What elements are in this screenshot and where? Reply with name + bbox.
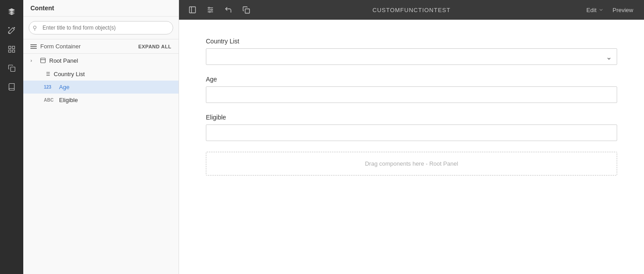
form-container-label: Form Container (40, 43, 81, 50)
country-list-label: Country List (54, 71, 85, 77)
tree-header: Form Container EXPAND ALL (23, 39, 179, 54)
form-content: Country List ⌄ Age Eligible Drag compone… (179, 20, 644, 274)
svg-rect-4 (11, 67, 15, 72)
svg-point-18 (209, 7, 210, 9)
age-badge: 123 (44, 85, 56, 90)
duplicate-icon[interactable] (240, 4, 252, 16)
country-list-select[interactable] (206, 48, 617, 65)
tree-node-country-list[interactable]: Country List (23, 67, 179, 81)
country-list-field: Country List ⌄ (206, 38, 617, 65)
root-panel-label: Root Panel (49, 57, 78, 64)
tree-node-eligible[interactable]: ABC Eligible (23, 94, 179, 107)
country-list-field-label: Country List (206, 38, 617, 45)
edit-button[interactable]: Edit (583, 5, 607, 15)
age-field: Age (206, 76, 617, 103)
svg-rect-1 (13, 46, 15, 48)
main-area: CUSTOMFUNCTIONTEST Edit Preview Country … (179, 0, 644, 274)
icon-bar (0, 0, 23, 274)
top-bar-right: Edit Preview (583, 5, 637, 15)
svg-rect-5 (41, 58, 46, 63)
drag-drop-zone[interactable]: Drag components here - Root Panel (206, 152, 617, 176)
svg-rect-3 (13, 50, 15, 52)
layers-icon[interactable] (4, 4, 20, 20)
search-box: ⚲ (23, 17, 179, 39)
age-label: Age (59, 84, 69, 90)
age-field-label: Age (206, 76, 617, 83)
search-input[interactable] (29, 21, 173, 34)
age-input[interactable] (206, 86, 617, 103)
tree-header-left: Form Container (30, 43, 81, 50)
eligible-label: Eligible (59, 97, 78, 103)
left-panel: Content ⚲ Form Container EXPAND ALL › Ro… (23, 0, 179, 274)
panel-icon (39, 57, 47, 64)
expand-view-icon[interactable] (186, 4, 199, 16)
chevron-down-icon: › (30, 58, 37, 63)
undo-icon[interactable] (222, 4, 235, 16)
grid-icon[interactable] (4, 41, 20, 57)
wand-icon[interactable] (4, 22, 20, 39)
eligible-badge: ABC (44, 98, 56, 103)
eligible-field: Eligible (206, 114, 617, 141)
svg-rect-0 (9, 46, 11, 48)
eligible-input[interactable] (206, 124, 617, 141)
country-list-select-wrap: ⌄ (206, 48, 617, 65)
svg-rect-21 (245, 9, 250, 13)
svg-point-19 (211, 9, 213, 11)
preview-button[interactable]: Preview (609, 5, 637, 15)
copy-icon[interactable] (4, 60, 20, 76)
svg-point-20 (209, 11, 210, 13)
panel-header: Content (23, 0, 179, 17)
settings-icon[interactable] (204, 4, 217, 16)
list-icon (44, 70, 51, 77)
tree-node-age[interactable]: 123 Age (23, 81, 179, 94)
tree-items: › Root Panel Country List 123 Age ABC El… (23, 54, 179, 274)
hamburger-icon (30, 44, 37, 49)
book-icon[interactable] (4, 79, 20, 95)
expand-all-button[interactable]: EXPAND ALL (138, 44, 171, 49)
page-title: CUSTOMFUNCTIONTEST (372, 7, 450, 13)
svg-rect-2 (9, 50, 11, 52)
tree-node-root-panel[interactable]: › Root Panel (23, 54, 179, 67)
eligible-field-label: Eligible (206, 114, 617, 121)
top-bar: CUSTOMFUNCTIONTEST Edit Preview (179, 0, 644, 20)
search-icon: ⚲ (33, 25, 37, 31)
svg-rect-13 (189, 7, 196, 13)
